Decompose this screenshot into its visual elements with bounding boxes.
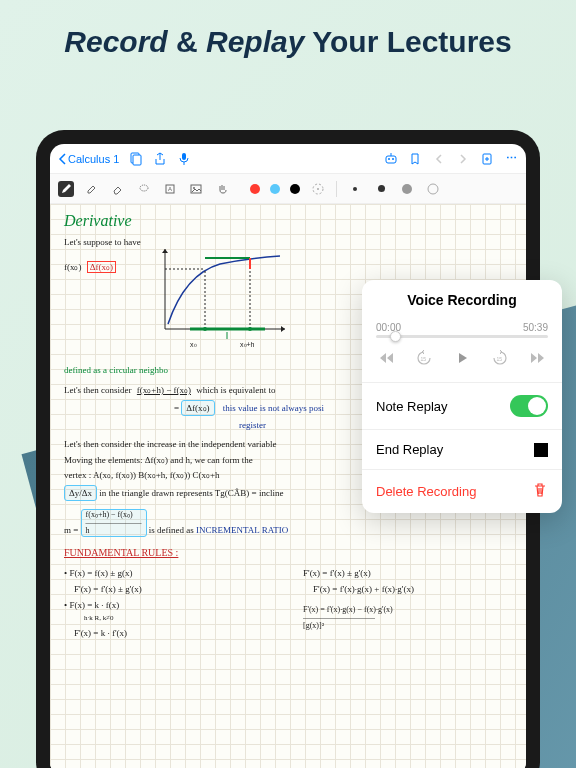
more-icon[interactable]: ⋯ — [504, 152, 518, 166]
back-label: Calculus 1 — [68, 153, 119, 165]
forward-15-icon[interactable]: 15 — [490, 348, 510, 368]
skip-back-icon[interactable] — [376, 348, 396, 368]
color-red[interactable] — [250, 184, 260, 194]
text-tool-icon[interactable]: A — [162, 181, 178, 197]
svg-text:15: 15 — [497, 356, 503, 362]
playback-progress[interactable] — [376, 335, 548, 338]
stroke-thin-icon[interactable] — [347, 181, 363, 197]
stroke-med-icon[interactable] — [373, 181, 389, 197]
svg-text:A: A — [168, 186, 172, 192]
redo-icon[interactable] — [456, 152, 470, 166]
lasso-icon[interactable] — [136, 181, 152, 197]
stroke-thick-icon[interactable] — [399, 181, 415, 197]
delete-recording-row[interactable]: Delete Recording — [362, 469, 562, 513]
note-replay-toggle[interactable] — [510, 395, 548, 417]
voice-recording-popup: Voice Recording 00:00 50:39 15 15 — [362, 280, 562, 513]
toolbar-top: Calculus 1 — [50, 144, 526, 174]
highlighter-icon[interactable] — [84, 181, 100, 197]
share-icon[interactable] — [153, 152, 167, 166]
svg-point-5 — [392, 158, 394, 160]
svg-text:15: 15 — [421, 356, 427, 362]
documents-icon[interactable] — [129, 152, 143, 166]
time-end: 50:39 — [523, 322, 548, 333]
color-picker-icon[interactable] — [310, 181, 326, 197]
popup-title: Voice Recording — [362, 280, 562, 316]
svg-rect-2 — [182, 153, 186, 160]
end-replay-row[interactable]: End Replay — [362, 429, 562, 469]
color-black[interactable] — [290, 184, 300, 194]
svg-point-13 — [317, 188, 319, 190]
svg-rect-1 — [133, 155, 141, 165]
function-graph — [150, 244, 290, 339]
stop-icon[interactable] — [534, 443, 548, 457]
image-tool-icon[interactable] — [188, 181, 204, 197]
bookmark-icon[interactable] — [408, 152, 422, 166]
add-page-icon[interactable] — [480, 152, 494, 166]
robot-icon[interactable] — [384, 152, 398, 166]
delete-label: Delete Recording — [376, 484, 476, 499]
trash-icon[interactable] — [532, 482, 548, 501]
hero-title: Record & Replay Your Lectures — [0, 0, 576, 76]
svg-point-4 — [388, 158, 390, 160]
svg-point-24 — [248, 327, 252, 331]
hand-tool-icon[interactable] — [214, 181, 230, 197]
microphone-icon[interactable] — [177, 152, 191, 166]
rewind-15-icon[interactable]: 15 — [414, 348, 434, 368]
note-replay-label: Note Replay — [376, 399, 448, 414]
toolbar-tools: A — [50, 174, 526, 204]
end-replay-label: End Replay — [376, 442, 443, 457]
play-icon[interactable] — [452, 348, 472, 368]
stroke-settings-icon[interactable] — [425, 181, 441, 197]
note-replay-row[interactable]: Note Replay — [362, 382, 562, 429]
eraser-icon[interactable] — [110, 181, 126, 197]
section-title: FUNDAMENTAL RULES : — [64, 547, 512, 558]
popup-player: 00:00 50:39 15 15 — [362, 316, 562, 382]
svg-rect-3 — [386, 156, 396, 163]
color-cyan[interactable] — [270, 184, 280, 194]
svg-point-14 — [428, 184, 438, 194]
svg-point-7 — [140, 185, 148, 191]
note-title: Derivative — [64, 212, 512, 230]
progress-thumb[interactable] — [390, 331, 401, 342]
back-button[interactable]: Calculus 1 — [58, 153, 119, 165]
svg-point-23 — [203, 327, 207, 331]
skip-forward-icon[interactable] — [528, 348, 548, 368]
undo-icon[interactable] — [432, 152, 446, 166]
pen-tool-icon[interactable] — [58, 181, 74, 197]
